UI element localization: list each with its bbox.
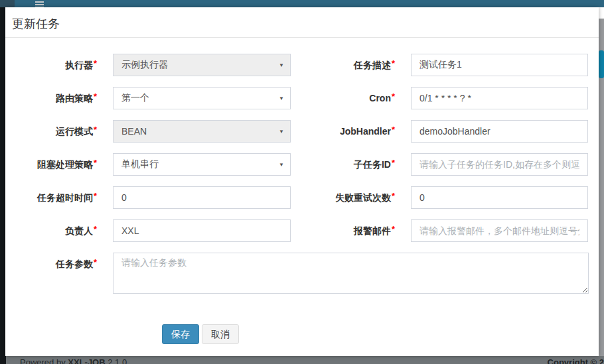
job-desc-label: 任务描述* [291,54,411,77]
job-param-label: 任务参数* [15,253,113,294]
button-row: 保存 取消 [162,324,589,344]
form-row: 任务参数* [15,253,589,294]
required-asterisk: * [392,191,395,201]
fail-retry-label: 失败重试次数* [291,186,411,210]
glue-type-select: BEAN ▼ [113,120,291,143]
child-jobid-label: 子任务ID* [291,153,411,176]
route-strategy-select[interactable]: 第一个 ▼ [113,87,291,109]
save-button[interactable]: 保存 [162,324,199,344]
timeout-input[interactable] [113,186,291,209]
cron-input[interactable] [411,87,588,109]
update-job-modal: 更新任务 执行器* 示例执行器 ▼ 任务描述* 路由策略* 第一个 ▼ [5,7,599,356]
job-handler-input[interactable] [411,120,588,143]
caret-down-icon: ▼ [279,129,284,135]
caret-down-icon: ▼ [279,62,284,68]
modal-header: 更新任务 [5,7,599,38]
child-jobid-input[interactable] [411,153,588,176]
logo-area [0,0,15,7]
required-asterisk: * [94,224,97,234]
powered-by-text: Powered by XXL-JOB 2.1.0 [20,357,127,364]
required-asterisk: * [392,58,395,68]
route-strategy-label: 路由策略* [15,87,113,110]
alarm-email-label: 报警邮件* [291,219,411,243]
executor-select-value: 示例执行器 [121,59,168,71]
footer: Powered by XXL-JOB 2.1.0 Copyright © 2 [6,356,604,364]
brand-name: XXL-JOB [68,357,105,364]
job-desc-input[interactable] [411,54,588,76]
page-scrollbar[interactable] [599,19,604,356]
scrollbar-thumb[interactable] [599,50,604,78]
block-strategy-select-value: 单机串行 [121,158,159,170]
author-label: 负责人* [15,219,113,243]
cron-label: Cron* [291,87,411,110]
modal-body: 执行器* 示例执行器 ▼ 任务描述* 路由策略* 第一个 ▼ Cron* [5,38,599,344]
author-input[interactable] [113,219,291,242]
caret-down-icon: ▼ [279,95,284,101]
form-row: 任务超时时间* 失败重试次数* [15,186,589,210]
copyright-text: Copyright © 2 [548,357,604,364]
job-handler-label: JobHandler* [291,120,411,143]
glue-type-select-value: BEAN [121,126,147,137]
required-asterisk: * [392,125,395,135]
required-asterisk: * [94,58,97,68]
required-asterisk: * [94,158,97,168]
timeout-label: 任务超时时间* [15,186,113,210]
required-asterisk: * [392,91,395,101]
executor-label: 执行器* [15,54,113,77]
cancel-button[interactable]: 取消 [202,324,239,344]
job-param-textarea[interactable] [113,253,589,294]
form-row: 阻塞处理策略* 单机串行 ▼ 子任务ID* [15,153,589,176]
required-asterisk: * [392,158,395,168]
form-row: 执行器* 示例执行器 ▼ 任务描述* [15,54,589,77]
form-row: 负责人* 报警邮件* [15,219,589,243]
glue-type-label: 运行模式* [15,120,113,143]
block-strategy-select[interactable]: 单机串行 ▼ [113,153,291,176]
top-navbar [0,0,604,7]
form-row: 运行模式* BEAN ▼ JobHandler* [15,120,589,143]
block-strategy-label: 阻塞处理策略* [15,153,113,176]
required-asterisk: * [94,91,97,101]
required-asterisk: * [94,191,97,201]
route-strategy-select-value: 第一个 [121,92,149,104]
fail-retry-input[interactable] [411,186,588,209]
form-row: 路由策略* 第一个 ▼ Cron* [15,87,589,110]
required-asterisk: * [94,125,97,135]
modal-title: 更新任务 [12,16,592,32]
alarm-email-input[interactable] [411,219,588,242]
required-asterisk: * [94,257,97,267]
caret-down-icon: ▼ [279,162,284,168]
executor-select: 示例执行器 ▼ [113,54,291,76]
required-asterisk: * [392,224,395,234]
